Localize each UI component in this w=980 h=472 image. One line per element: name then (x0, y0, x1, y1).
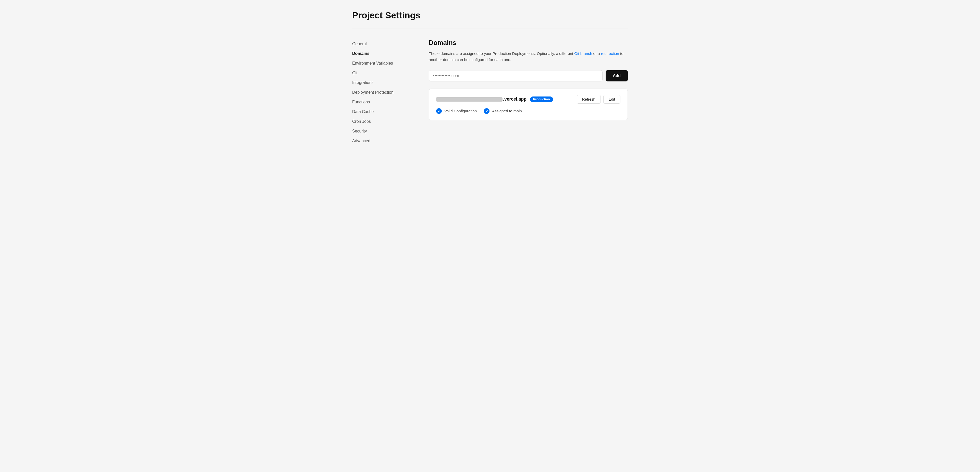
sidebar-item-git[interactable]: Git (352, 68, 408, 78)
domain-input[interactable] (429, 70, 603, 81)
sidebar-item-cron-jobs[interactable]: Cron Jobs (352, 116, 408, 126)
sidebar-item-domains[interactable]: Domains (352, 49, 408, 59)
section-description: These domains are assigned to your Produ… (429, 51, 628, 63)
domain-card: .vercel.app Production Refresh Edit (429, 89, 628, 120)
production-badge: Production (530, 96, 553, 102)
card-actions: Refresh Edit (577, 95, 620, 104)
git-branch-link[interactable]: Git branch (574, 51, 592, 56)
sidebar-item-functions[interactable]: Functions (352, 97, 408, 107)
edit-button[interactable]: Edit (603, 95, 620, 104)
status-assigned-main: Assigned to main (484, 108, 522, 114)
section-title: Domains (429, 39, 628, 46)
domain-blurred (436, 97, 503, 102)
main-content: Domains These domains are assigned to yo… (429, 39, 628, 146)
sidebar-item-security[interactable]: Security (352, 126, 408, 136)
add-domain-button[interactable]: Add (606, 70, 628, 81)
domain-name-row: .vercel.app Production (436, 96, 553, 102)
sidebar-item-advanced[interactable]: Advanced (352, 136, 408, 146)
check-icon-assigned (484, 108, 490, 114)
page-title: Project Settings (352, 10, 628, 21)
sidebar-item-data-cache[interactable]: Data Cache (352, 107, 408, 116)
sidebar-item-environment-variables[interactable]: Environment Variables (352, 59, 408, 68)
description-text-1: These domains are assigned to your Produ… (429, 51, 574, 56)
sidebar-item-general[interactable]: General (352, 39, 408, 49)
sidebar: GeneralDomainsEnvironment VariablesGitIn… (352, 39, 408, 146)
domain-input-row: Add (429, 70, 628, 81)
domain-card-header: .vercel.app Production Refresh Edit (436, 95, 620, 104)
valid-config-label: Valid Configuration (444, 109, 477, 113)
refresh-button[interactable]: Refresh (577, 95, 601, 104)
domain-name: .vercel.app (436, 96, 527, 102)
sidebar-item-integrations[interactable]: Integrations (352, 78, 408, 88)
domain-card-footer: Valid Configuration Assigned to main (436, 108, 620, 114)
domain-suffix: .vercel.app (503, 96, 527, 102)
check-icon-valid (436, 108, 442, 114)
sidebar-item-deployment-protection[interactable]: Deployment Protection (352, 88, 408, 97)
assigned-main-label: Assigned to main (492, 109, 522, 113)
description-text-2: or a (593, 51, 601, 56)
redirection-link[interactable]: redirection (601, 51, 619, 56)
status-valid-config: Valid Configuration (436, 108, 477, 114)
divider (352, 29, 628, 29)
